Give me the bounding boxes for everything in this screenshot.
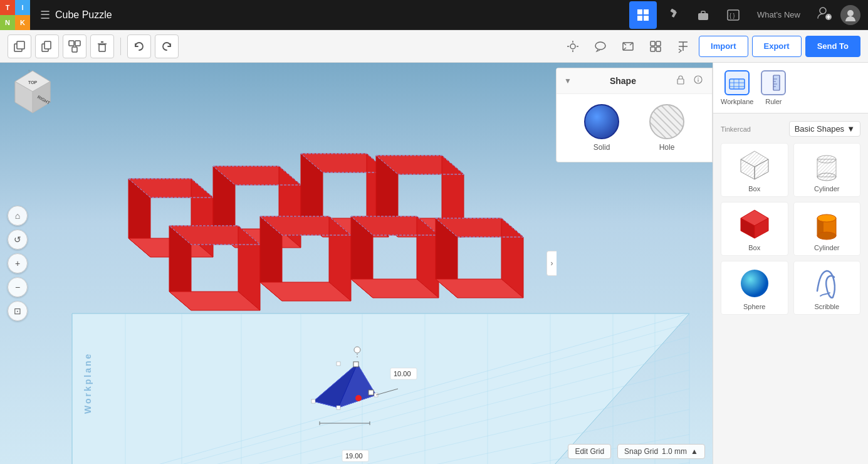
svg-rect-112 bbox=[311, 399, 315, 403]
svg-rect-144 bbox=[773, 75, 780, 90]
send-to-button[interactable]: Send To bbox=[805, 36, 860, 57]
grid-view-button[interactable] bbox=[629, 1, 657, 29]
shape-item-cylinder-grey[interactable]: Cylinder bbox=[793, 143, 861, 197]
logo-k: K bbox=[15, 15, 30, 30]
edit-grid-button[interactable]: Edit Grid bbox=[568, 444, 611, 459]
svg-rect-3 bbox=[644, 16, 649, 21]
solid-circle bbox=[584, 104, 619, 139]
snap-grid-control[interactable]: Snap Grid 1.0 mm ▲ bbox=[617, 444, 705, 459]
workplane-panel-icon[interactable]: Workplane bbox=[721, 70, 753, 105]
copy-to-workplane-button[interactable] bbox=[8, 34, 31, 58]
library-header: Tinkercad Basic Shapes ▼ bbox=[721, 121, 860, 137]
light-button[interactable] bbox=[561, 34, 585, 58]
shape-item-cylinder-orange[interactable]: Cylinder bbox=[793, 202, 861, 256]
svg-rect-19 bbox=[69, 41, 74, 46]
redo-button[interactable] bbox=[155, 34, 179, 58]
fit-button[interactable]: ⊡ bbox=[8, 301, 28, 321]
toolbar-divider bbox=[120, 38, 121, 55]
tinkercad-logo[interactable]: T I N K bbox=[0, 0, 30, 30]
snap-grid-chevron: ▲ bbox=[691, 447, 698, 456]
hammer-icon-button[interactable] bbox=[659, 1, 687, 29]
chat-button[interactable] bbox=[588, 34, 612, 58]
perspective-button[interactable] bbox=[616, 34, 640, 58]
svg-point-30 bbox=[595, 42, 605, 50]
export-button[interactable]: Export bbox=[752, 36, 802, 57]
snap-grid-label: Snap Grid bbox=[624, 447, 658, 456]
add-user-button[interactable] bbox=[810, 4, 838, 26]
ruler-panel-icon[interactable]: Ruler bbox=[761, 70, 786, 105]
shape-info-icon[interactable] bbox=[692, 73, 704, 88]
svg-rect-18 bbox=[44, 41, 51, 49]
undo-button[interactable] bbox=[127, 34, 151, 58]
shape-item-box-grey[interactable]: Box bbox=[721, 143, 788, 197]
library-dropdown-label: Basic Shapes bbox=[795, 124, 845, 134]
right-shapes-panel: Workplane Ruler Tinkercad bbox=[713, 63, 868, 464]
grid-settings-button[interactable] bbox=[644, 34, 667, 58]
hamburger-icon[interactable]: ☰ bbox=[40, 8, 50, 22]
svg-rect-116 bbox=[369, 390, 374, 395]
svg-point-119 bbox=[354, 347, 360, 353]
sphere-label: Sphere bbox=[743, 303, 765, 310]
project-title: Cube Puzzle bbox=[55, 9, 112, 21]
svg-rect-135 bbox=[677, 79, 684, 84]
dropdown-chevron-icon: ▼ bbox=[847, 124, 855, 134]
sphere-preview bbox=[735, 265, 775, 300]
briefcase-icon-button[interactable] bbox=[689, 1, 717, 29]
delete-button[interactable] bbox=[90, 34, 114, 58]
shape-panel-collapse[interactable]: ▼ bbox=[564, 76, 572, 85]
whats-new-button[interactable]: What's New bbox=[750, 10, 808, 19]
svg-text:Workplane: Workplane bbox=[83, 352, 93, 414]
hole-label: Hole bbox=[659, 143, 675, 152]
svg-rect-113 bbox=[337, 406, 340, 409]
shape-lock-icon[interactable] bbox=[674, 73, 687, 88]
home-view-button[interactable]: ⌂ bbox=[8, 206, 28, 226]
viewport-controls: ⌂ ↺ + − ⊡ bbox=[8, 206, 28, 321]
svg-rect-2 bbox=[637, 16, 642, 21]
svg-rect-22 bbox=[99, 45, 105, 51]
svg-rect-16 bbox=[17, 41, 24, 49]
cylinder-orange-label: Cylinder bbox=[814, 244, 839, 251]
zoom-out-button[interactable]: − bbox=[8, 277, 28, 297]
zoom-in-button[interactable]: + bbox=[8, 253, 28, 273]
top-navigation: T I N K ☰ Cube Puzzle bbox=[0, 0, 868, 30]
workplane-icon-label: Workplane bbox=[721, 98, 753, 105]
avatar[interactable] bbox=[840, 5, 860, 25]
svg-point-155 bbox=[817, 156, 836, 163]
navigation-cube[interactable]: TOP RIGHT ↑ bbox=[8, 68, 58, 118]
shape-item-box-red[interactable]: Box bbox=[721, 202, 788, 256]
3d-viewport[interactable]: Workplane bbox=[0, 63, 713, 464]
svg-point-117 bbox=[355, 395, 362, 401]
shapes-grid: Box bbox=[721, 143, 860, 315]
svg-rect-36 bbox=[656, 41, 661, 46]
panel-collapse-button[interactable]: › bbox=[546, 251, 557, 276]
code-icon-button[interactable]: { } bbox=[719, 1, 747, 29]
library-dropdown[interactable]: Basic Shapes ▼ bbox=[789, 121, 860, 137]
shape-item-scribble[interactable]: Scribble bbox=[793, 261, 861, 315]
solid-option[interactable]: Solid bbox=[584, 104, 619, 152]
svg-text:10.00: 10.00 bbox=[394, 370, 411, 377]
scribble-preview bbox=[807, 265, 847, 300]
shape-panel-header: ▼ Shape bbox=[557, 68, 712, 94]
svg-rect-111 bbox=[337, 362, 340, 366]
hole-option[interactable]: Hole bbox=[649, 104, 684, 152]
svg-rect-7 bbox=[701, 11, 705, 14]
svg-text:{ }: { } bbox=[729, 13, 735, 19]
svg-rect-1 bbox=[644, 9, 649, 14]
shape-item-sphere[interactable]: Sphere bbox=[721, 261, 788, 315]
orbit-button[interactable]: ↺ bbox=[8, 229, 28, 250]
group-button[interactable] bbox=[63, 34, 86, 58]
hole-circle bbox=[649, 104, 684, 139]
dimension-label-19: 19.00 bbox=[342, 450, 369, 461]
view-align-button[interactable] bbox=[671, 34, 695, 58]
svg-rect-115 bbox=[353, 362, 358, 367]
duplicate-button[interactable] bbox=[35, 34, 59, 58]
import-button[interactable]: Import bbox=[699, 36, 748, 57]
box-red-preview bbox=[735, 206, 775, 241]
logo-n: N bbox=[0, 15, 15, 30]
svg-point-14 bbox=[847, 10, 854, 16]
svg-point-10 bbox=[820, 8, 826, 14]
nav-right-area: { } What's New bbox=[629, 1, 868, 29]
shapes-library: Tinkercad Basic Shapes ▼ bbox=[713, 113, 868, 464]
dimension-label-10: 10.00 bbox=[390, 368, 417, 379]
svg-rect-37 bbox=[651, 47, 655, 51]
